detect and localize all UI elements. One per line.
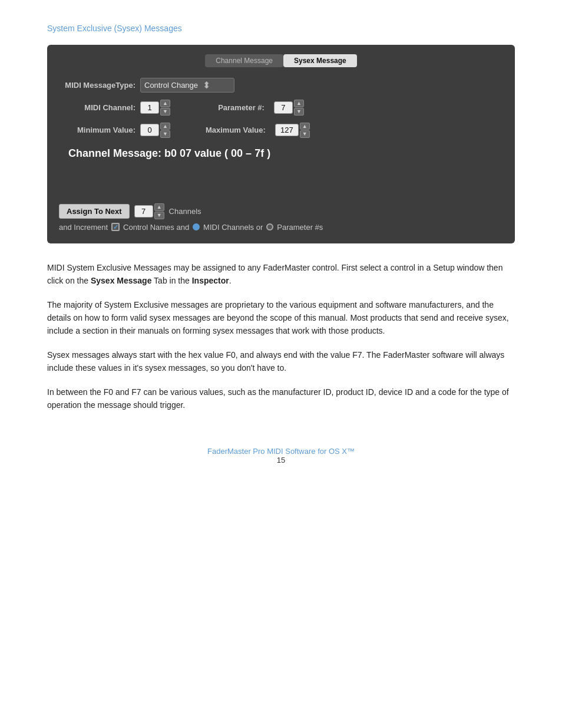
parameter-down[interactable]: ▼	[294, 108, 304, 116]
paragraph-4: In between the F0 and F7 can be various …	[47, 386, 515, 412]
control-names-label: Control Names and	[123, 223, 189, 232]
minimum-stepper[interactable]: ▲ ▼	[160, 123, 170, 139]
minimum-down[interactable]: ▼	[160, 130, 170, 138]
channels-up[interactable]: ▲	[154, 203, 164, 211]
midi-channel-value: 1	[140, 101, 159, 114]
paragraph-3: Sysex messages always start with the hex…	[47, 348, 515, 375]
maximum-label: Maximum Value:	[206, 126, 266, 134]
inspector-bold: Inspector	[192, 276, 229, 285]
tab-channel-message[interactable]: Channel Message	[205, 54, 283, 67]
footer-page: 15	[47, 456, 515, 465]
midi-message-type-select[interactable]: Control Change ⬍	[140, 78, 234, 93]
midi-channel-down[interactable]: ▼	[160, 108, 170, 116]
channels-down[interactable]: ▼	[154, 212, 164, 219]
min-max-row: Minimum Value: 0 ▲ ▼ Maximum Value: 127 …	[59, 123, 503, 139]
maximum-section: Maximum Value: 127 ▲ ▼	[206, 123, 310, 139]
footer-title: FaderMaster Pro MIDI Software for OS X™	[47, 447, 515, 456]
parameter-up[interactable]: ▲	[294, 100, 304, 107]
parameter-control: 7 ▲ ▼	[274, 100, 304, 116]
parameter-value: 7	[274, 101, 293, 114]
channels-stepper[interactable]: ▲ ▼	[154, 203, 164, 219]
midi-message-type-row: MIDI MessageType: Control Change ⬍	[59, 78, 503, 93]
minimum-value: 0	[140, 124, 159, 136]
assign-to-next-button[interactable]: Assign To Next	[59, 204, 130, 219]
minimum-control: 0 ▲ ▼	[140, 123, 170, 139]
channels-label: Channels	[169, 207, 201, 216]
maximum-down[interactable]: ▼	[300, 130, 310, 138]
bottom-row: Assign To Next 7 ▲ ▼ Channels	[59, 199, 503, 219]
parameter-radio-label: Parameter #s	[277, 223, 323, 232]
maximum-stepper[interactable]: ▲ ▼	[300, 123, 310, 139]
control-names-checkbox[interactable]: ✓	[111, 223, 120, 231]
and-increment-label: and Increment	[59, 223, 108, 232]
maximum-up[interactable]: ▲	[300, 123, 310, 130]
maximum-control: 127 ▲ ▼	[275, 123, 310, 139]
tab-row: Channel Message Sysex Message	[59, 54, 503, 67]
midi-channel-row: MIDI Channel: 1 ▲ ▼ Parameter #: 7 ▲ ▼	[59, 100, 503, 116]
midi-channel-label: MIDI Channel:	[59, 103, 135, 112]
parameter-radio[interactable]	[266, 223, 273, 230]
midi-message-type-label: MIDI MessageType:	[59, 81, 135, 90]
parameter-section: Parameter #: 7 ▲ ▼	[206, 100, 304, 116]
minimum-label: Minimum Value:	[59, 126, 135, 134]
midi-channel-stepper[interactable]: ▲ ▼	[160, 100, 170, 116]
paragraph-2: The majority of System Exclusive message…	[47, 298, 515, 338]
channels-control: 7 ▲ ▼	[134, 203, 164, 219]
parameter-stepper[interactable]: ▲ ▼	[294, 100, 304, 116]
midi-message-type-value: Control Change	[144, 81, 198, 90]
increment-row: and Increment ✓ Control Names and MIDI C…	[59, 223, 503, 232]
midi-channel-up[interactable]: ▲	[160, 100, 170, 107]
tab-sysex-message[interactable]: Sysex Message	[283, 54, 357, 67]
paragraph-1: MIDI System Exclusive Messages may be as…	[47, 261, 515, 288]
midi-channels-radio[interactable]	[193, 223, 200, 230]
minimum-up[interactable]: ▲	[160, 123, 170, 130]
section-title: System Exclusive (Sysex) Messages	[47, 24, 515, 33]
parameter-label: Parameter #:	[206, 103, 265, 112]
channel-message-text: Channel Message: b0 07 value ( 00 – 7f )	[68, 147, 503, 160]
maximum-value: 127	[275, 124, 299, 136]
channels-value: 7	[134, 205, 153, 218]
midi-channel-control: 1 ▲ ▼	[140, 100, 170, 116]
midi-channels-label: MIDI Channels or	[203, 223, 263, 232]
sysex-message-bold: Sysex Message	[91, 276, 152, 285]
inspector-panel: Channel Message Sysex Message MIDI Messa…	[47, 45, 515, 243]
select-arrow-icon: ⬍	[203, 80, 210, 91]
